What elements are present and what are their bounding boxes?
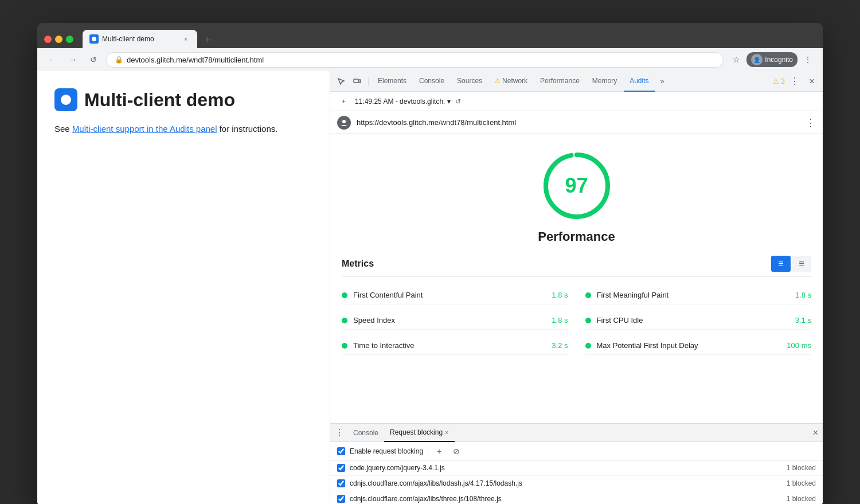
- tab-memory[interactable]: Memory: [587, 71, 623, 92]
- devtools-panel: Elements Console Sources ⚠ Network Perfo…: [330, 71, 823, 504]
- forward-button[interactable]: →: [65, 52, 81, 68]
- metric-row: Max Potential First Input Delay 100 ms: [585, 337, 812, 355]
- back-button[interactable]: ←: [44, 52, 60, 68]
- warning-badge-icon: ⚠: [773, 77, 779, 85]
- audit-session-select[interactable]: 11:49:25 AM - devtools.glitch. ▾: [355, 97, 451, 106]
- metric-value: 3.1 s: [795, 316, 811, 325]
- drawer-tab-close-button[interactable]: ×: [445, 429, 448, 436]
- incognito-label: Incognito: [765, 56, 793, 64]
- metrics-view-toggle: ≡ ≡: [771, 256, 811, 272]
- metric-value: 3.2 s: [552, 341, 568, 350]
- page-logo: Multi-client demo: [54, 88, 312, 111]
- audits-panel-link[interactable]: Multi-client support in the Audits panel: [72, 124, 217, 134]
- metric-dot: [342, 292, 347, 298]
- browser-tab[interactable]: Multi-client demo ×: [83, 30, 197, 48]
- drawer-toolbar: Enable request blocking + ⊘: [330, 442, 823, 460]
- item-checkbox-1[interactable]: [337, 479, 345, 487]
- audits-url-text: https://devtools.glitch.me/wndt78/multic…: [357, 118, 806, 127]
- bookmark-button[interactable]: ☆: [728, 52, 744, 68]
- drawer-tab-request-blocking[interactable]: Request blocking ×: [384, 424, 455, 442]
- drawer-close-button[interactable]: ×: [813, 428, 818, 438]
- tab-console[interactable]: Console: [413, 71, 450, 92]
- drawer-menu-button[interactable]: ⋮: [335, 427, 344, 438]
- title-bar: Multi-client demo × +: [37, 23, 823, 48]
- reload-button[interactable]: ↺: [85, 52, 101, 68]
- tab-favicon-icon: [89, 34, 99, 44]
- maximize-window-button[interactable]: [66, 36, 73, 43]
- item-checkbox-2[interactable]: [337, 495, 345, 503]
- tab-performance[interactable]: Performance: [534, 71, 585, 92]
- metric-row: Time to Interactive 3.2 s: [342, 337, 568, 355]
- metric-value: 1.8 s: [552, 316, 568, 325]
- device-toolbar-button[interactable]: [350, 74, 365, 89]
- audits-url-bar: https://devtools.glitch.me/wndt78/multic…: [330, 111, 823, 134]
- bottom-drawer: ⋮ Console Request blocking × × Enable re…: [330, 423, 823, 504]
- reload-audit-button[interactable]: ↺: [455, 97, 461, 106]
- incognito-button[interactable]: 👤 Incognito: [746, 52, 798, 67]
- new-audit-button[interactable]: +: [337, 95, 350, 108]
- url-text: devtools.glitch.me/wndt78/multiclient.ht…: [127, 56, 715, 64]
- drawer-tab-console[interactable]: Console: [347, 424, 384, 442]
- warning-badge: ⚠ 3: [773, 77, 785, 85]
- content-area: Multi-client demo See Multi-client suppo…: [37, 71, 823, 504]
- new-audit-icon: +: [342, 97, 346, 106]
- metrics-detail-view-button[interactable]: ≡: [792, 256, 811, 272]
- tab-audits[interactable]: Audits: [624, 71, 654, 92]
- close-window-button[interactable]: [44, 36, 52, 43]
- score-circle: 97: [542, 151, 611, 220]
- enable-request-blocking-checkbox[interactable]: [337, 447, 345, 455]
- new-tab-button[interactable]: +: [200, 32, 216, 48]
- block-button[interactable]: ⊘: [450, 445, 463, 458]
- drawer-tabs: ⋮ Console Request blocking × ×: [330, 424, 823, 442]
- browser-menu-button[interactable]: ⋮: [800, 52, 816, 68]
- tab-elements[interactable]: Elements: [372, 71, 412, 92]
- metric-name: First Contentful Paint: [353, 291, 546, 299]
- more-tabs-button[interactable]: »: [656, 71, 669, 92]
- devtools-toolbar: Elements Console Sources ⚠ Network Perfo…: [330, 71, 823, 92]
- devtools-close-button[interactable]: ×: [804, 74, 819, 89]
- description-before: See: [54, 124, 72, 134]
- page-description: See Multi-client support in the Audits p…: [54, 123, 312, 136]
- metric-name: First CPU Idle: [597, 316, 789, 325]
- add-pattern-button[interactable]: +: [433, 445, 445, 458]
- navigation-bar: ← → ↺ 🔒 devtools.glitch.me/wndt78/multic…: [37, 48, 823, 71]
- list-item: code.jquery.com/jquery-3.4.1.js 1 blocke…: [330, 460, 823, 476]
- metric-dot: [585, 318, 591, 323]
- metric-dot: [585, 343, 591, 349]
- toolbar-divider: [428, 447, 428, 456]
- page-title: Multi-client demo: [84, 89, 235, 111]
- metric-dot: [342, 318, 347, 323]
- score-value: 97: [565, 174, 588, 198]
- devtools-right-actions: ⚠ 3 ⋮ ×: [773, 74, 819, 89]
- metrics-section: Metrics ≡ ≡ First Contentful Paint 1.8 s: [330, 256, 823, 366]
- tab-sources[interactable]: Sources: [451, 71, 488, 92]
- metrics-list-view-button[interactable]: ≡: [771, 256, 791, 272]
- item-url-0: code.jquery.com/jquery-3.4.1.js: [350, 464, 787, 472]
- item-url-2: cdnjs.cloudflare.com/ajax/libs/three.js/…: [350, 495, 787, 503]
- list-item: cdnjs.cloudflare.com/ajax/libs/three.js/…: [330, 491, 823, 504]
- audits-content: 97 Performance Metrics ≡ ≡: [330, 134, 823, 423]
- tab-close-button[interactable]: ×: [181, 34, 190, 44]
- metric-row: First CPU Idle 3.1 s: [585, 311, 812, 330]
- metric-dot: [342, 343, 347, 349]
- page-logo-icon: [54, 88, 77, 111]
- score-section: 97 Performance: [330, 134, 823, 256]
- address-bar[interactable]: 🔒 devtools.glitch.me/wndt78/multiclient.…: [106, 52, 724, 68]
- dropdown-icon: ▾: [447, 97, 451, 106]
- item-url-1: cdnjs.cloudflare.com/ajax/libs/lodash.js…: [350, 479, 787, 487]
- metric-row: First Meaningful Paint 1.8 s: [585, 286, 812, 304]
- audits-avatar: [337, 116, 351, 130]
- minimize-window-button[interactable]: [55, 36, 62, 43]
- select-element-button[interactable]: [334, 74, 349, 89]
- item-badge-2: 1 blocked: [787, 495, 816, 503]
- warning-badge-count: 3: [781, 77, 785, 85]
- tab-strip: Multi-client demo × +: [83, 30, 816, 48]
- metrics-grid: First Contentful Paint 1.8 s First Meani…: [342, 286, 811, 355]
- nav-actions: ☆ 👤 Incognito ⋮: [728, 52, 816, 68]
- metric-name: Max Potential First Input Delay: [597, 341, 781, 350]
- audits-more-button[interactable]: ⋮: [806, 116, 816, 129]
- item-checkbox-0[interactable]: [337, 464, 345, 472]
- tab-network[interactable]: ⚠ Network: [489, 71, 533, 92]
- devtools-menu-button[interactable]: ⋮: [787, 74, 802, 89]
- list-item: cdnjs.cloudflare.com/ajax/libs/lodash.js…: [330, 476, 823, 491]
